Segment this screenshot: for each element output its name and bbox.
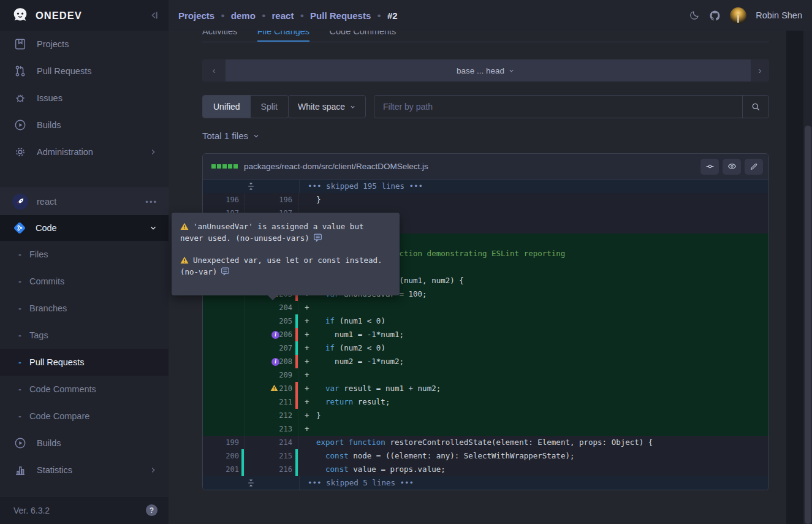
onedev-logo-icon[interactable]: [11, 6, 29, 25]
project-avatar-rocket-icon: [12, 194, 28, 210]
breadcrumb-react[interactable]: react: [272, 10, 294, 21]
dark-mode-moon-icon[interactable]: [689, 10, 700, 21]
new-line-number[interactable]: 208i: [245, 355, 298, 368]
new-line-number[interactable]: 207: [245, 341, 298, 355]
scrollbar-thumb[interactable]: [805, 126, 811, 524]
split-view-button[interactable]: Split: [251, 96, 288, 118]
old-line-number[interactable]: [203, 382, 245, 395]
page-scrollbar[interactable]: [803, 31, 812, 524]
sidebar-collapse-icon[interactable]: [148, 9, 160, 21]
add-comment-icon[interactable]: [221, 267, 230, 276]
unified-view-button[interactable]: Unified: [203, 96, 251, 118]
tooltip-message: 'anUnusedVar' is assigned a value but ne…: [180, 221, 391, 244]
expand-lines-icon[interactable]: [247, 479, 255, 487]
old-line-number[interactable]: [203, 422, 245, 436]
new-line-number[interactable]: 211: [245, 395, 298, 409]
skipped-lines-label[interactable]: ••• skipped 5 lines •••: [300, 476, 768, 490]
sidebar-section-label: Code: [36, 223, 149, 233]
sidebar-item-projects[interactable]: Projects: [0, 31, 169, 58]
user-avatar[interactable]: [730, 7, 746, 24]
sidebar-subitem-label: Branches: [29, 303, 67, 313]
add-comment-icon[interactable]: [313, 233, 322, 242]
edit-file-button[interactable]: [745, 159, 763, 175]
path-filter: [374, 95, 769, 118]
sidebar-item-pull-requests-project[interactable]: -Pull Requests: [0, 349, 169, 376]
new-line-number[interactable]: 214: [245, 436, 298, 449]
view-file-button[interactable]: [723, 159, 741, 175]
problem-info-icon[interactable]: i: [271, 358, 279, 366]
revision-range-track[interactable]: [226, 59, 751, 82]
coverage-bar: [295, 328, 298, 341]
new-line-number[interactable]: 204: [245, 301, 298, 314]
sidebar-item-pull-requests[interactable]: Pull Requests: [0, 58, 169, 85]
sidebar-item-files[interactable]: -Files: [0, 241, 169, 268]
file-path[interactable]: packages/react-dom/src/client/ReactDOMSe…: [244, 162, 697, 171]
sidebar-item-code-comments[interactable]: -Code Comments: [0, 376, 169, 403]
sidebar-item-project-builds[interactable]: Builds: [0, 430, 169, 457]
old-line-number[interactable]: [203, 409, 245, 422]
new-line-number[interactable]: 213: [245, 422, 298, 436]
new-line-number[interactable]: 206i: [245, 328, 298, 341]
sidebar-item-builds[interactable]: Builds: [0, 112, 169, 139]
old-line-number[interactable]: 199: [203, 436, 245, 449]
expand-lines-icon[interactable]: [247, 182, 255, 191]
sidebar-section-code[interactable]: Code: [0, 215, 169, 241]
sidebar-subitem-label: Files: [29, 249, 48, 259]
revision-next-button[interactable]: ›: [751, 59, 769, 82]
help-icon[interactable]: ?: [146, 504, 157, 516]
skipped-lines-label[interactable]: ••• skipped 195 lines •••: [300, 180, 768, 193]
code-text: (num1 < 0): [335, 316, 385, 325]
new-line-number[interactable]: 196: [245, 193, 298, 207]
diff-sign: +: [305, 355, 316, 368]
whitespace-dropdown[interactable]: White space: [288, 95, 366, 118]
github-icon[interactable]: [709, 10, 721, 21]
new-line-number[interactable]: 216: [245, 463, 298, 476]
sidebar-item-statistics[interactable]: Statistics: [0, 457, 169, 484]
chevron-right-icon: [149, 148, 157, 156]
breadcrumb-demo[interactable]: demo: [231, 10, 256, 21]
sidebar-item-tags[interactable]: -Tags: [0, 322, 169, 349]
old-line-number[interactable]: [203, 355, 245, 368]
old-line-number[interactable]: [203, 301, 245, 314]
old-line-number[interactable]: [203, 314, 245, 328]
problem-info-icon[interactable]: i: [271, 331, 279, 339]
code-line: +: [298, 301, 768, 314]
problem-warning-icon[interactable]: [270, 384, 278, 392]
revision-range-bar: ‹ base ... head ›: [202, 59, 769, 82]
breadcrumb-projects[interactable]: Projects: [178, 10, 214, 21]
diff-controls: Unified Split White space: [202, 95, 769, 118]
old-line-number[interactable]: [203, 341, 245, 355]
sidebar-item-code-compare[interactable]: -Code Compare: [0, 403, 169, 430]
sidebar-item-administration[interactable]: Administration: [0, 139, 169, 165]
old-line-number[interactable]: [203, 328, 245, 341]
breadcrumb-pull-requests[interactable]: Pull Requests: [310, 10, 371, 21]
diff-sign: [305, 193, 316, 207]
new-line-number[interactable]: 212: [245, 409, 298, 422]
view-commit-button[interactable]: [700, 159, 719, 175]
code-text: num2 = -1*num2;: [316, 357, 404, 366]
total-files-toggle[interactable]: Total 1 files: [202, 131, 260, 141]
new-line-number[interactable]: 215: [245, 449, 298, 463]
sidebar-item-branches[interactable]: -Branches: [0, 295, 169, 322]
new-line-number[interactable]: 210: [245, 382, 298, 395]
old-line-number[interactable]: [203, 368, 245, 382]
old-line-number[interactable]: [203, 395, 245, 409]
code-line: +}: [298, 409, 768, 422]
old-line-number[interactable]: 196: [203, 193, 245, 207]
project-menu-ellipsis-icon[interactable]: •••: [145, 197, 157, 207]
new-line-number[interactable]: 209: [245, 368, 298, 382]
user-name[interactable]: Robin Shen: [756, 10, 802, 20]
search-icon: [751, 102, 761, 112]
old-line-number[interactable]: 201: [203, 463, 245, 476]
new-line-number[interactable]: 205: [245, 314, 298, 328]
revision-prev-button[interactable]: ‹: [202, 59, 226, 82]
search-button[interactable]: [742, 96, 768, 118]
old-line-number[interactable]: 200: [203, 449, 245, 463]
code-text: result;: [353, 397, 390, 406]
sidebar-item-issues[interactable]: Issues: [0, 85, 169, 112]
sidebar-item-commits[interactable]: -Commits: [0, 268, 169, 295]
sidebar-project-row[interactable]: react •••: [0, 188, 169, 215]
diff-sign: +: [305, 341, 316, 355]
path-filter-input[interactable]: [374, 96, 742, 118]
view-mode-group: Unified Split: [202, 95, 289, 118]
